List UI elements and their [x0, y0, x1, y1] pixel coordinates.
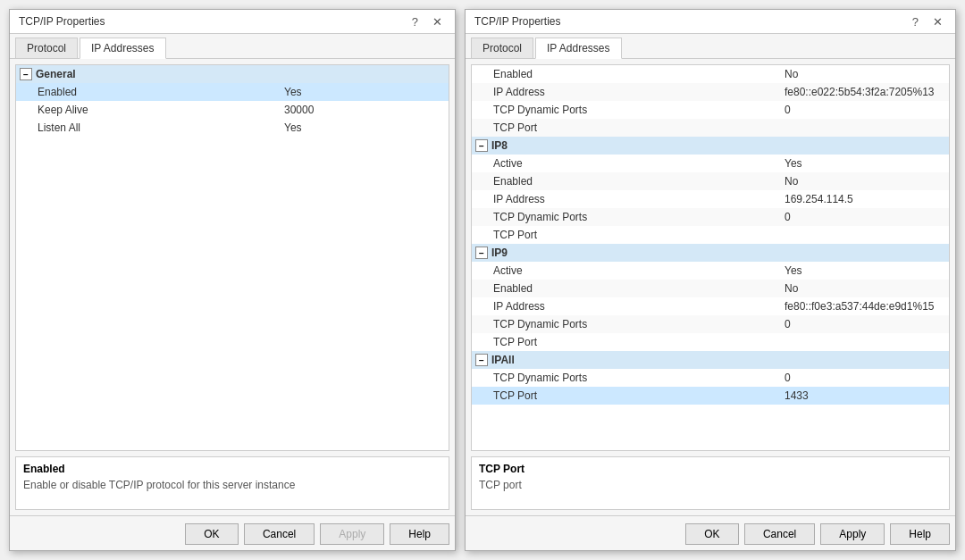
dialog1-buttonbar: OK Cancel Apply Help	[10, 515, 455, 550]
dialog1: TCP/IP Properties ? ✕ Protocol IP Addres…	[9, 9, 456, 551]
dialog1-value-keepalive: 30000	[284, 104, 445, 116]
dialog2-cancel-btn[interactable]: Cancel	[744, 523, 815, 545]
dialog2-content: Enabled No IP Address fe80::e022:5b54:3f…	[466, 59, 955, 515]
dialog2-ipall-tcpport[interactable]: TCP Port 1433	[472, 387, 949, 405]
dialog2-desc-title: TCP Port	[479, 463, 942, 475]
dialog2-tab-protocol[interactable]: Protocol	[471, 38, 533, 58]
dialog2-tree: Enabled No IP Address fe80::e022:5b54:3f…	[471, 64, 950, 451]
dialog1-desc-title: Enabled	[23, 463, 441, 475]
dialog2-description: TCP Port TCP port	[471, 456, 950, 510]
dialog2-ip9-enabled[interactable]: Enabled No	[472, 280, 949, 297]
dialog2-row-ipaddr-top[interactable]: IP Address fe80::e022:5b54:3f2a:7205%13	[472, 83, 949, 101]
dialog2-ip8-tcpport[interactable]: TCP Port	[472, 226, 949, 244]
dialog2-help-btn[interactable]: ?	[909, 16, 922, 28]
dialog1-desc-text: Enable or disable TCP/IP protocol for th…	[23, 479, 441, 491]
dialog1-close-btn[interactable]: ✕	[429, 16, 446, 28]
dialog2-ip9-header: − IP9	[472, 244, 949, 262]
dialog2-ip9-active[interactable]: Active Yes	[472, 262, 949, 280]
dialog2-apply-btn[interactable]: Apply	[820, 523, 885, 545]
dialog1-apply-btn[interactable]: Apply	[320, 523, 384, 545]
dialog2-ip8-active[interactable]: Active Yes	[472, 155, 949, 172]
dialog1-description: Enabled Enable or disable TCP/IP protoco…	[15, 456, 449, 510]
dialog2-tabs: Protocol IP Addresses	[466, 34, 955, 59]
dialog1-general-label: General	[36, 68, 445, 80]
dialog2-tab-ipaddresses[interactable]: IP Addresses	[535, 38, 622, 59]
dialog1-label-keepalive: Keep Alive	[38, 104, 284, 116]
dialog2-ip8-ipaddr[interactable]: IP Address 169.254.114.5	[472, 190, 949, 208]
dialog2-scrollable[interactable]: Enabled No IP Address fe80::e022:5b54:3f…	[472, 65, 949, 405]
dialog1-titlebar-controls: ? ✕	[408, 16, 446, 28]
dialog1-tree: − General Enabled Yes Keep Alive 30000 L…	[15, 64, 449, 451]
dialog2-close-btn[interactable]: ✕	[929, 16, 946, 28]
dialog1-tab-ipaddresses[interactable]: IP Addresses	[80, 38, 166, 59]
dialog1-cancel-btn[interactable]: Cancel	[244, 523, 315, 545]
dialog2-ip9-ipaddr[interactable]: IP Address fe80::f0e3:a537:44de:e9d1%15	[472, 297, 949, 315]
dialog2-ipall-header: − IPAll	[472, 351, 949, 369]
dialog2-ipall-tcpdyn[interactable]: TCP Dynamic Ports 0	[472, 369, 949, 387]
dialog2-ip9-label: IP9	[491, 247, 945, 259]
dialog2-row-enabled-top[interactable]: Enabled No	[472, 65, 949, 83]
dialog2-ip8-enabled[interactable]: Enabled No	[472, 172, 949, 190]
dialog1-help-btn2[interactable]: Help	[390, 523, 449, 545]
dialog2-row-tcpport-top[interactable]: TCP Port	[472, 119, 949, 137]
dialog1-title: TCP/IP Properties	[19, 15, 105, 28]
dialog2-ip8-tcpdyn[interactable]: TCP Dynamic Ports 0	[472, 208, 949, 226]
dialog1-general-expand[interactable]: −	[20, 68, 32, 80]
dialog2-titlebar-controls: ? ✕	[909, 16, 946, 28]
dialog2-ip9-tcpport[interactable]: TCP Port	[472, 333, 949, 351]
dialog2-titlebar: TCP/IP Properties ? ✕	[466, 10, 955, 34]
dialog1-value-listenall: Yes	[284, 121, 445, 134]
dialog1-content: − General Enabled Yes Keep Alive 30000 L…	[10, 59, 455, 515]
dialog1-row-enabled[interactable]: Enabled Yes	[16, 83, 449, 101]
dialog2-help-btn2[interactable]: Help	[890, 523, 950, 545]
dialog1-ok-btn[interactable]: OK	[185, 523, 239, 545]
dialog1-tabs: Protocol IP Addresses	[10, 34, 455, 59]
dialog2-ip8-label: IP8	[491, 139, 945, 152]
dialog1-value-enabled: Yes	[284, 86, 445, 98]
dialog1-help-btn[interactable]: ?	[408, 16, 422, 28]
dialog1-row-listenall[interactable]: Listen All Yes	[16, 119, 449, 137]
dialog2-ip8-header: − IP8	[472, 137, 949, 155]
dialog2-ipall-label: IPAll	[491, 354, 945, 366]
dialog2-title: TCP/IP Properties	[474, 15, 560, 28]
dialog2-desc-text: TCP port	[479, 479, 942, 491]
dialog1-label-enabled: Enabled	[38, 86, 284, 98]
dialog2-ip8-expand[interactable]: −	[475, 139, 488, 152]
dialog2-ip9-tcpdyn[interactable]: TCP Dynamic Ports 0	[472, 315, 949, 333]
dialog2-ipall-expand[interactable]: −	[475, 354, 488, 366]
dialog1-titlebar: TCP/IP Properties ? ✕	[10, 10, 455, 34]
dialog2-buttonbar: OK Cancel Apply Help	[466, 515, 955, 550]
dialog1-general-header: − General	[16, 65, 449, 83]
dialog1-label-listenall: Listen All	[38, 121, 284, 134]
dialog2-row-tcpdyn-top[interactable]: TCP Dynamic Ports 0	[472, 101, 949, 119]
dialog2-ok-btn[interactable]: OK	[685, 523, 739, 545]
dialog1-row-keepalive[interactable]: Keep Alive 30000	[16, 101, 449, 119]
dialog2: TCP/IP Properties ? ✕ Protocol IP Addres…	[465, 9, 956, 551]
dialog2-ip9-expand[interactable]: −	[475, 247, 488, 259]
dialog1-tab-protocol[interactable]: Protocol	[15, 38, 78, 58]
